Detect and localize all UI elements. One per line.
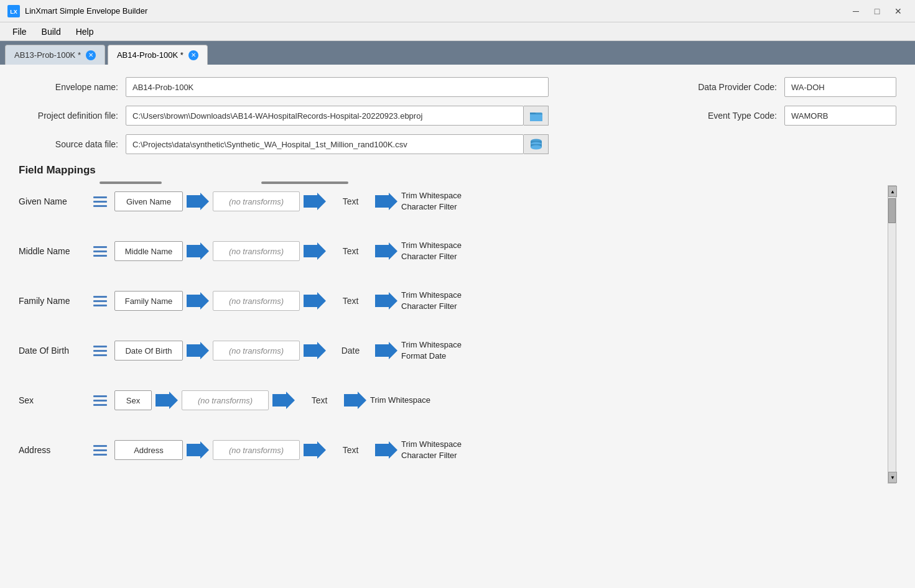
source-btn-sex[interactable]: Sex [114,390,152,410]
app-icon: LX [7,5,20,17]
svg-marker-10 [375,193,397,210]
result-dob: Trim WhitespaceFormat Date [401,339,462,362]
type-sex: Text [302,395,337,405]
minimize-button[interactable]: ─ [847,5,865,17]
main-content: Envelope name: Project definition file: … [0,65,915,588]
svg-marker-9 [304,193,326,210]
type-address: Text [333,445,368,455]
transform-btn-address[interactable]: (no transforms) [213,440,300,460]
svg-marker-24 [304,441,326,459]
hamburger-dob[interactable] [93,344,111,357]
result-sex: Trim Whitespace [370,395,430,406]
tab-ab14-close[interactable]: ✕ [188,50,198,60]
transform-btn-dob[interactable]: (no transforms) [213,341,300,361]
project-file-label: Project definition file: [19,111,118,121]
source-file-input[interactable] [126,134,524,154]
mapping-column-headers [19,181,896,184]
tab-ab13-close[interactable]: ✕ [86,50,96,60]
arrow-1-family-name [187,292,209,310]
svg-marker-20 [156,392,178,409]
arrow-3-given-name [375,193,397,210]
transform-btn-given-name[interactable]: (no transforms) [213,191,300,211]
scroll-thumb[interactable] [888,198,896,223]
arrow-2-address [304,441,326,459]
event-type-row: Event Type Code: [677,106,896,126]
mappings-outer: Given Name Given Name (no transforms) Te… [19,185,896,484]
maximize-button[interactable]: □ [868,5,886,17]
menu-file[interactable]: File [5,24,34,39]
hamburger-middle-name[interactable] [93,244,111,258]
project-file-browse-button[interactable] [524,106,549,126]
source-col-indicator [100,181,162,184]
tab-ab14-modified: * [178,50,183,60]
event-type-input[interactable] [784,106,896,126]
source-btn-address[interactable]: Address [114,440,183,460]
mapping-row-given-name: Given Name Given Name (no transforms) Te… [19,185,885,218]
hamburger-sex[interactable] [93,393,111,407]
svg-marker-15 [304,292,326,310]
hamburger-family-name[interactable] [93,294,111,308]
arrow-2-sex [272,392,295,409]
arrow-2-dob [304,342,326,359]
result-address: Trim WhitespaceCharacter Filter [401,439,462,461]
transform-btn-family-name[interactable]: (no transforms) [213,291,300,311]
arrow-3-dob [375,342,397,359]
arrow-1-middle-name [187,242,209,260]
source-btn-middle-name[interactable]: Middle Name [114,241,183,261]
title-bar: LX LinXmart Simple Envelope Builder ─ □ … [0,0,915,22]
source-btn-given-name[interactable]: Given Name [114,191,183,211]
data-provider-label: Data Provider Code: [677,82,777,92]
source-btn-family-name[interactable]: Family Name [114,291,183,311]
result-middle-name: Trim WhitespaceCharacter Filter [401,240,462,262]
svg-text:LX: LX [10,9,17,15]
arrow-1-dob [187,342,209,359]
source-btn-dob[interactable]: Date Of Birth [114,341,183,361]
svg-marker-21 [272,392,295,409]
type-middle-name: Text [333,246,368,256]
svg-marker-8 [187,193,209,210]
scroll-down-button[interactable]: ▼ [888,472,897,483]
hamburger-given-name[interactable] [93,195,111,208]
envelope-name-input[interactable] [126,77,549,97]
svg-marker-14 [187,292,209,310]
folder-icon [529,109,543,122]
svg-marker-23 [187,441,209,459]
svg-marker-17 [187,342,209,359]
menu-build[interactable]: Build [34,24,68,39]
result-family-name: Trim WhitespaceCharacter Filter [401,290,462,312]
field-name-family-name: Family Name [19,296,93,306]
arrow-3-middle-name [375,242,397,260]
project-file-input[interactable] [126,106,524,126]
scroll-up-button[interactable]: ▲ [888,186,897,197]
arrow-1-sex [156,392,178,409]
result-given-name: Trim WhitespaceCharacter Filter [401,190,462,213]
transform-btn-sex[interactable]: (no transforms) [182,390,269,410]
tab-ab13-label: AB13-Prob-100K [14,50,75,60]
svg-marker-12 [304,242,326,260]
field-mappings-title: Field Mappings [19,164,896,177]
field-name-sex: Sex [19,395,93,405]
svg-marker-11 [187,242,209,260]
field-name-given-name: Given Name [19,196,93,206]
transform-btn-middle-name[interactable]: (no transforms) [213,241,300,261]
tab-ab13[interactable]: AB13-Prob-100K * ✕ [5,45,105,65]
tab-ab13-modified: * [75,50,81,60]
arrow-2-given-name [304,193,326,210]
mapping-row-family-name: Family Name Family Name (no transforms) … [19,285,885,317]
arrow-1-address [187,441,209,459]
hamburger-address[interactable] [93,443,111,457]
menu-bar: File Build Help [0,22,915,41]
database-icon [529,137,543,151]
data-provider-input[interactable] [784,77,896,97]
event-type-label: Event Type Code: [677,111,777,121]
app-title: LinXmart Simple Envelope Builder [25,6,847,16]
scroll-thumb-area [888,198,896,473]
close-button[interactable]: ✕ [889,5,908,17]
menu-help[interactable]: Help [68,24,101,39]
field-name-address: Address [19,445,93,455]
tab-ab14[interactable]: AB14-Prob-100K * ✕ [108,45,208,65]
arrow-2-family-name [304,292,326,310]
mappings-scroll-area[interactable]: Given Name Given Name (no transforms) Te… [19,185,896,484]
type-family-name: Text [333,296,368,306]
source-file-browse-button[interactable] [524,134,549,154]
